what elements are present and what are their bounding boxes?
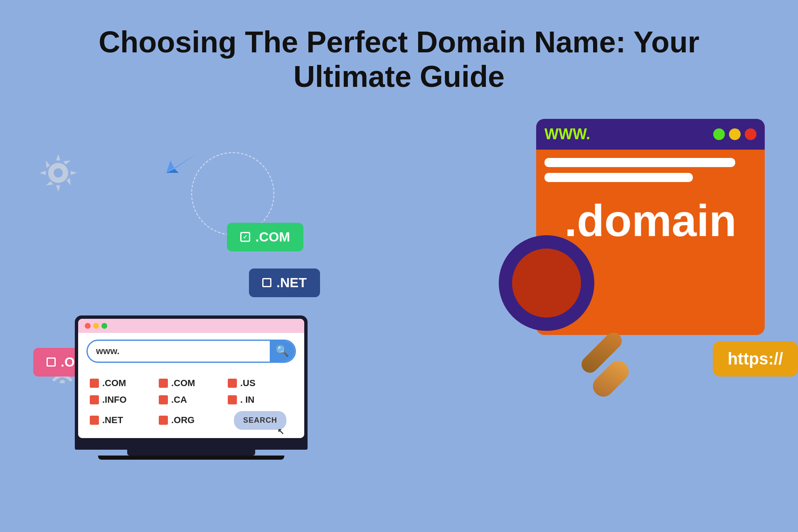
- domain-label: .US: [240, 378, 256, 389]
- badge-com: .COM: [227, 223, 303, 251]
- domain-bullet: [228, 379, 237, 388]
- domain-bullet: [90, 379, 99, 388]
- minimize-dot: [93, 323, 99, 329]
- www-label: WWW.: [544, 126, 590, 143]
- browser-toolbar: [78, 319, 304, 333]
- list-item: .CA: [159, 394, 224, 405]
- list-item: .US: [228, 378, 293, 389]
- domain-label: . IN: [240, 394, 254, 405]
- search-area: www. 🔍: [78, 333, 304, 369]
- domain-label: .INFO: [102, 394, 127, 405]
- laptop-base: [75, 441, 308, 450]
- browser-header: WWW.: [536, 119, 765, 150]
- domain-bullet: [90, 416, 99, 425]
- browser-controls: [713, 128, 756, 140]
- list-item: .NET: [90, 411, 155, 430]
- net-checkbox-icon: [262, 278, 271, 287]
- badge-net: .NET: [249, 268, 320, 297]
- com-checkbox-icon: [240, 232, 250, 242]
- right-section: WWW. .domain: [441, 119, 765, 493]
- domain-bullet: [228, 395, 237, 404]
- list-item: .ORG: [159, 411, 224, 430]
- list-item: .INFO: [90, 394, 155, 405]
- domain-label: .NET: [102, 415, 123, 426]
- search-bar[interactable]: www. 🔍: [86, 340, 296, 363]
- org-checkbox-icon: [47, 357, 56, 367]
- domain-browser-window: WWW. .domain: [536, 119, 765, 335]
- browser-line-1: [544, 158, 735, 167]
- minimize-button: [729, 128, 741, 140]
- list-item: . IN: [228, 394, 293, 405]
- svg-point-2: [60, 380, 65, 383]
- gear-icon: [37, 152, 79, 194]
- domain-label: .CA: [171, 394, 187, 405]
- laptop-stand: [127, 450, 255, 456]
- search-icon[interactable]: 🔍: [270, 340, 295, 363]
- page-title: Choosing The Perfect Domain Name: Your U…: [0, 0, 798, 111]
- laptop-foot: [98, 456, 284, 460]
- browser-line-2: [544, 173, 693, 182]
- domain-label: .COM: [102, 378, 126, 389]
- left-section: .COM .NET .ORG: [33, 119, 324, 493]
- domain-label: .ORG: [171, 415, 195, 426]
- maximize-dot: [101, 323, 107, 329]
- magnifier-icon: [499, 235, 640, 393]
- maximize-button: [713, 128, 725, 140]
- https-badge: https://: [713, 341, 798, 377]
- domain-list: .COM .COM .US .INFO: [78, 369, 304, 438]
- domain-bullet: [159, 379, 168, 388]
- domain-label: .COM: [171, 378, 195, 389]
- list-item: .COM: [90, 378, 155, 389]
- domain-bullet: [90, 395, 99, 404]
- domain-bullet: [159, 395, 168, 404]
- paper-plane-icon: [166, 144, 200, 175]
- close-dot: [85, 323, 91, 329]
- laptop-illustration: www. 🔍 .COM .COM: [75, 315, 308, 460]
- search-button[interactable]: SEARCH ↖: [234, 411, 286, 430]
- search-input[interactable]: www.: [88, 346, 270, 357]
- svg-marker-3: [166, 152, 200, 173]
- domain-bullet: [159, 416, 168, 425]
- list-item: .COM: [159, 378, 224, 389]
- svg-point-1: [52, 167, 64, 179]
- close-button: [745, 128, 756, 140]
